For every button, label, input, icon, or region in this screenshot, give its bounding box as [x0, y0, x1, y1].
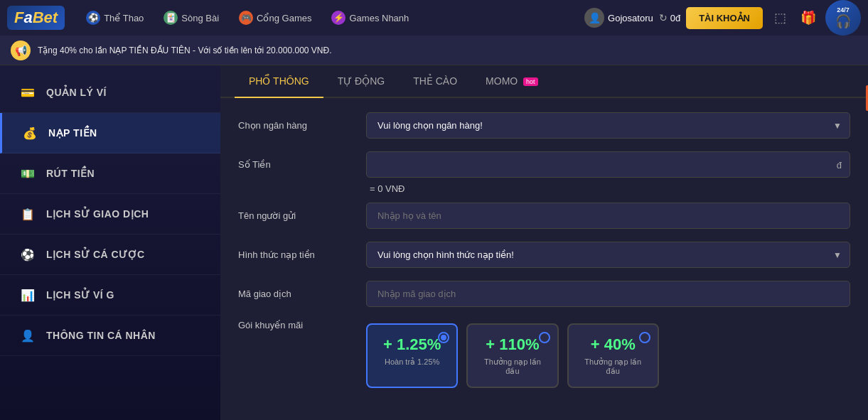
promo-desc-1: Thưởng nạp lần đầu	[478, 357, 546, 376]
promo-desc-0: Hoàn trả 1.25%	[378, 357, 446, 367]
promo-section: + 1.25% Hoàn trả 1.25% + 110% Thưởng nạp…	[366, 323, 659, 388]
deposit-form: Chọn ngân hàng Vui lòng chọn ngân hàng! …	[220, 98, 868, 415]
promo-radio-2	[639, 332, 650, 343]
sender-row: Tên người gửi	[238, 203, 850, 229]
amount-display-row: = 0 VNĐ	[238, 183, 850, 194]
history-icon: 📋	[18, 204, 38, 224]
amount-display: = 0 VNĐ	[370, 183, 405, 194]
profile-icon: 👤	[18, 325, 38, 345]
bank-select[interactable]: Vui lòng chọn ngân hàng!	[366, 112, 850, 139]
casino-icon: 🃏	[164, 11, 178, 25]
nav-item-casino[interactable]: 🃏 Sòng Bài	[155, 6, 227, 29]
tab-the-cao[interactable]: THẺ CÀO	[399, 65, 471, 98]
promo-desc-2: Thưởng nạp lần đầu	[579, 357, 647, 376]
nav-label-cong: Cổng Games	[257, 13, 311, 23]
payment-method-input-wrap: Vui lòng chọn hình thức nạp tiền! ▼	[366, 242, 850, 268]
main-nav: ⚽ Thể Thao 🃏 Sòng Bài 🎮 Cổng Games ⚡ Gam…	[77, 6, 579, 29]
sidebar-label-quan-ly-vi: QUẢN LÝ VÍ	[46, 87, 107, 98]
username: Gojosatoru	[608, 13, 653, 23]
sender-label: Tên người gửi	[238, 210, 352, 221]
promo-row: Gói khuyến mãi + 1.25% Hoàn trả 1.25% + …	[238, 320, 850, 388]
tabs-bar: PHỔ THÔNG TỰ ĐỘNG THẺ CÀO MOMO hot	[220, 65, 868, 98]
main-content: PHỔ THÔNG TỰ ĐỘNG THẺ CÀO MOMO hot ▶ Chọ…	[220, 65, 868, 420]
gift-icon[interactable]: 🎁	[797, 6, 820, 29]
amount-input[interactable]	[366, 151, 850, 178]
amount-label: Số Tiền	[238, 159, 352, 170]
payment-method-label: Hình thức nạp tiền	[238, 249, 352, 260]
header: FaBet ⚽ Thể Thao 🃏 Sòng Bài 🎮 Cổng Games…	[0, 0, 868, 36]
nav-label-casino: Sòng Bài	[181, 13, 219, 23]
quick-icon: ⚡	[331, 11, 345, 25]
promo-percent-0: + 1.25%	[378, 335, 446, 354]
sidebar-label-lich-su-ca-cuoc: LỊCH SỬ CÁ CƯỢC	[46, 249, 145, 260]
promo-card-1[interactable]: + 110% Thưởng nạp lần đầu	[466, 323, 558, 388]
sidebar-item-lich-su-ca-cuoc[interactable]: ⚽ LỊCH SỬ CÁ CƯỢC	[0, 235, 220, 275]
bank-input-wrap: Vui lòng chọn ngân hàng! ▼	[366, 112, 850, 139]
promo-label: Gói khuyến mãi	[238, 320, 352, 330]
avatar: 👤	[584, 8, 604, 28]
support-badge[interactable]: 24/7 🎧	[825, 0, 861, 36]
transaction-label: Mã giao dịch	[238, 289, 352, 299]
tab-pho-thong[interactable]: PHỔ THÔNG	[235, 65, 323, 98]
bank-row: Chọn ngân hàng Vui lòng chọn ngân hàng! …	[238, 112, 850, 139]
announcement-bar: 📢 Tặng 40% cho lần NẠP TIỀN ĐẦU TIÊN - V…	[0, 36, 868, 65]
nav-label-sports: Thể Thao	[104, 13, 144, 23]
logout-icon[interactable]: ⬚	[768, 6, 791, 29]
sports-icon: ⚽	[86, 11, 100, 25]
tab-momo[interactable]: MOMO hot	[471, 65, 552, 98]
promo-radio-0	[438, 332, 449, 343]
sidebar-item-nap-tien[interactable]: 💰 NẠP TIỀN	[0, 113, 220, 154]
transaction-input[interactable]	[366, 281, 850, 307]
cong-icon: 🎮	[239, 11, 253, 25]
sender-input[interactable]	[366, 203, 850, 229]
promo-radio-1	[539, 332, 550, 343]
balance-info: ↻ 0đ	[659, 12, 680, 23]
announcement-icon: 📢	[11, 41, 31, 60]
payment-method-row: Hình thức nạp tiền Vui lòng chọn hình th…	[238, 242, 850, 268]
nav-item-quick[interactable]: ⚡ Games Nhanh	[323, 6, 417, 29]
currency-suffix: đ	[837, 159, 842, 170]
sidebar: 💳 QUẢN LÝ VÍ 💰 NẠP TIỀN 💵 RÚT TIỀN 📋 LỊC…	[0, 65, 220, 420]
balance: 0đ	[670, 13, 680, 23]
user-info[interactable]: 👤 Gojosatoru	[584, 8, 653, 28]
logo[interactable]: FaBet	[7, 6, 65, 30]
promo-percent-1: + 110%	[478, 335, 546, 354]
promo-card-2[interactable]: + 40% Thưởng nạp lần đầu	[567, 323, 659, 388]
sidebar-item-lich-su-giao-dich[interactable]: 📋 LỊCH SỬ GIAO DỊCH	[0, 194, 220, 235]
sidebar-item-thong-tin-ca-nhan[interactable]: 👤 THÔNG TIN CÁ NHÂN	[0, 316, 220, 356]
wallet-icon: 💳	[18, 82, 38, 102]
sidebar-item-rut-tien[interactable]: 💵 RÚT TIỀN	[0, 154, 220, 194]
withdraw-icon: 💵	[18, 163, 38, 183]
nav-label-quick: Games Nhanh	[349, 13, 409, 23]
header-right: 👤 Gojosatoru ↻ 0đ TÀI KHOẢN ⬚ 🎁 24/7 🎧	[584, 0, 861, 36]
sidebar-label-lich-su-vi-g: LỊCH SỬ VÍ G	[46, 289, 114, 301]
support-label: 24/7	[837, 6, 850, 14]
logo-text: FaBet	[7, 6, 65, 30]
announcement-text: Tặng 40% cho lần NẠP TIỀN ĐẦU TIÊN - Với…	[38, 45, 332, 55]
sidebar-item-quan-ly-vi[interactable]: 💳 QUẢN LÝ VÍ	[0, 72, 220, 113]
refresh-icon[interactable]: ↻	[659, 12, 668, 23]
headset-icon: 🎧	[835, 14, 851, 29]
sidebar-label-rut-tien: RÚT TIỀN	[46, 168, 95, 179]
payment-method-select[interactable]: Vui lòng chọn hình thức nạp tiền!	[366, 242, 850, 268]
sidebar-label-lich-su-giao-dich: LỊCH SỬ GIAO DỊCH	[46, 208, 149, 220]
promo-percent-2: + 40%	[579, 335, 647, 354]
bank-label: Chọn ngân hàng	[238, 120, 352, 131]
amount-input-wrap: đ	[366, 151, 850, 178]
nav-item-cong[interactable]: 🎮 Cổng Games	[230, 6, 320, 29]
sender-input-wrap	[366, 203, 850, 229]
sidebar-item-lich-su-vi-g[interactable]: 📊 LỊCH SỬ VÍ G	[0, 275, 220, 316]
register-button[interactable]: TÀI KHOẢN	[686, 7, 763, 29]
amount-row: Số Tiền đ	[238, 151, 850, 178]
momo-hot-badge: hot	[523, 77, 538, 86]
betting-history-icon: ⚽	[18, 244, 38, 264]
nav-item-sports[interactable]: ⚽ Thể Thao	[77, 6, 152, 29]
transaction-input-wrap	[366, 281, 850, 307]
tab-tu-dong[interactable]: TỰ ĐỘNG	[323, 65, 400, 98]
sidebar-label-thong-tin-ca-nhan: THÔNG TIN CÁ NHÂN	[46, 330, 156, 341]
transaction-row: Mã giao dịch	[238, 281, 850, 307]
sidebar-label-nap-tien: NẠP TIỀN	[48, 127, 97, 139]
deposit-icon: 💰	[20, 123, 40, 143]
wallet-g-icon: 📊	[18, 285, 38, 305]
promo-card-0[interactable]: + 1.25% Hoàn trả 1.25%	[366, 323, 458, 388]
